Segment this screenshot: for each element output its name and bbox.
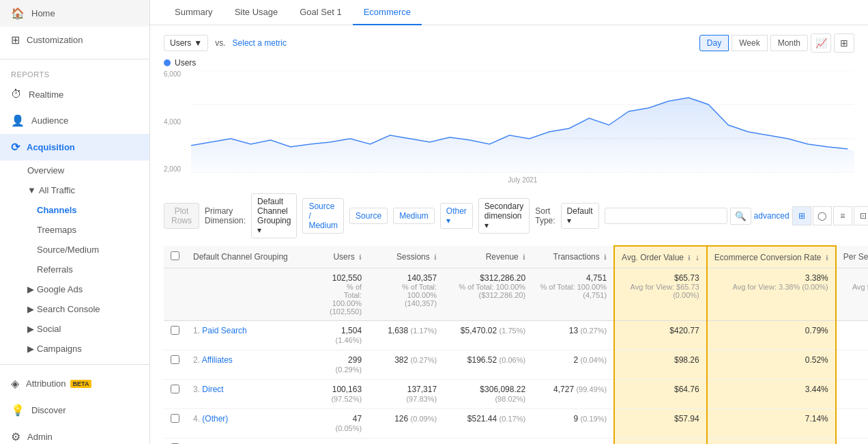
tab-summary[interactable]: Summary xyxy=(164,0,224,25)
google-ads-expand-icon: ▶ xyxy=(27,284,34,294)
view-day-button[interactable]: Day xyxy=(699,35,729,51)
th-channel[interactable]: Default Channel Grouping xyxy=(186,246,323,268)
view-month-button[interactable]: Month xyxy=(770,35,808,51)
sidebar-item-home[interactable]: 🏠 Home xyxy=(0,0,149,27)
source-button[interactable]: Source xyxy=(349,208,388,224)
legend-label: Users xyxy=(175,58,196,68)
row2-channel-link[interactable]: Affiliates xyxy=(202,355,233,365)
select-all-checkbox[interactable] xyxy=(171,251,179,260)
row3-channel-link[interactable]: Direct xyxy=(202,385,223,394)
all-traffic-label: All Traffic xyxy=(39,185,75,195)
search-console-label: Search Console xyxy=(37,304,100,314)
plot-rows-button[interactable]: Plot Rows xyxy=(164,203,199,229)
sidebar-item-source-medium[interactable]: Source/Medium xyxy=(0,240,149,260)
bar-chart-icon[interactable]: ⊞ xyxy=(834,33,854,53)
row2-checkbox[interactable] xyxy=(171,355,179,364)
th-per-session[interactable]: Per Session Value ℹ xyxy=(836,246,868,268)
row3-transactions-pct: (99.49%) xyxy=(576,385,607,393)
table-controls: Plot Rows Primary Dimension: Default Cha… xyxy=(164,193,854,238)
select-metric-link[interactable]: Select a metric xyxy=(233,38,287,48)
tab-site-usage[interactable]: Site Usage xyxy=(224,0,289,25)
tab-goal-set-1[interactable]: Goal Set 1 xyxy=(289,0,352,25)
th-avg-order[interactable]: Avg. Order Value ℹ ↓ xyxy=(614,246,707,268)
row1-checkbox[interactable] xyxy=(171,326,179,335)
totals-revenue-pct: % of Total: 100.00% ($312,286.20) xyxy=(450,283,525,299)
row1-conversion-cell: 0.79% xyxy=(707,321,836,350)
row3-channel-cell: 3. Direct xyxy=(186,380,323,409)
audience-icon: 👤 xyxy=(11,114,25,127)
sidebar-item-discover[interactable]: 💡 Discover xyxy=(0,397,149,424)
table-row: 2. Affiliates 299 (0.29%) 382 (0.27%) $1… xyxy=(164,350,868,380)
row3-checkbox[interactable] xyxy=(171,385,179,393)
source-medium-button[interactable]: Source / Medium xyxy=(302,198,344,234)
th-users[interactable]: Users ℹ xyxy=(323,246,368,268)
sidebar-item-overview[interactable]: Overview xyxy=(0,161,149,180)
totals-sessions-value: 140,357 xyxy=(375,273,437,283)
table-view-pie[interactable]: ◯ xyxy=(813,206,832,225)
view-week-button[interactable]: Week xyxy=(732,35,767,51)
row3-num: 3. xyxy=(193,385,200,394)
sort-type-dropdown[interactable]: Default ▾ xyxy=(561,203,599,229)
sidebar-item-social[interactable]: ▶ Social xyxy=(0,319,149,339)
row3-users-pct: (97.52%) xyxy=(331,395,362,403)
sidebar-item-acquisition[interactable]: ⟳ Acquisition xyxy=(0,134,149,161)
row2-revenue: $196.52 xyxy=(467,355,497,365)
row5-checkbox-cell xyxy=(164,439,186,445)
sidebar-item-campaigns[interactable]: ▶ Campaigns xyxy=(0,339,149,359)
sidebar-item-google-ads[interactable]: ▶ Google Ads xyxy=(0,279,149,299)
sidebar-item-customization[interactable]: ⊞ Customization xyxy=(0,27,149,53)
campaigns-label: Campaigns xyxy=(37,344,82,354)
row4-conversion-cell: 7.14% xyxy=(707,409,836,439)
th-conversion[interactable]: Ecommerce Conversion Rate ℹ xyxy=(707,246,836,268)
tab-ecommerce[interactable]: Ecommerce xyxy=(353,0,422,25)
data-table: Default Channel Grouping Users ℹ Session… xyxy=(164,245,868,444)
attribution-icon: ◈ xyxy=(11,377,19,390)
table-view-grid[interactable]: ⊞ xyxy=(792,206,811,225)
medium-button[interactable]: Medium xyxy=(393,208,435,224)
row1-sessions-pct: (1.17%) xyxy=(411,327,437,335)
search-button[interactable]: 🔍 xyxy=(730,208,751,225)
table-view-pivot[interactable]: ⊡ xyxy=(854,206,868,225)
row5-channel-cell: 5. Display xyxy=(186,439,323,445)
line-chart-icon[interactable]: 📈 xyxy=(811,33,831,53)
th-transactions[interactable]: Transactions ℹ xyxy=(532,246,614,268)
row4-checkbox-cell xyxy=(164,409,186,439)
chart-svg: July 2021 xyxy=(191,70,854,186)
sidebar-divider-1 xyxy=(0,59,149,59)
row5-conversion-cell: 0.00% xyxy=(707,439,836,445)
th-revenue[interactable]: Revenue ℹ xyxy=(444,246,532,268)
sidebar-item-audience[interactable]: 👤 Audience xyxy=(0,107,149,134)
sidebar-item-referrals[interactable]: Referrals xyxy=(0,260,149,279)
y-label-6000: 6,000 xyxy=(164,70,188,78)
row4-revenue-cell: $521.44 (0.17%) xyxy=(444,409,532,439)
row4-channel-link[interactable]: (Other) xyxy=(202,414,228,424)
metric-dropdown[interactable]: Users ▼ xyxy=(164,35,208,51)
sidebar-item-channels[interactable]: Channels xyxy=(0,200,149,220)
row2-conversion-cell: 0.52% xyxy=(707,350,836,380)
sidebar-item-realtime[interactable]: ⏱ Realtime xyxy=(0,81,149,107)
row3-revenue: $306,098.22 xyxy=(480,385,525,394)
row2-transactions-cell: 2 (0.04%) xyxy=(532,350,614,380)
other-button[interactable]: Other ▾ xyxy=(440,203,473,229)
primary-dim-dropdown[interactable]: Default Channel Grouping ▾ xyxy=(251,193,297,238)
th-sessions[interactable]: Sessions ℹ xyxy=(368,246,444,268)
sidebar-item-all-traffic[interactable]: ▼ All Traffic xyxy=(0,180,149,200)
sidebar-item-attribution[interactable]: ◈ Attribution BETA xyxy=(0,370,149,397)
advanced-link[interactable]: advanced xyxy=(754,211,790,221)
search-input[interactable] xyxy=(605,208,727,224)
secondary-dim-dropdown[interactable]: Secondary dimension ▾ xyxy=(478,198,530,234)
row2-users-cell: 299 (0.29%) xyxy=(323,350,368,380)
table-view-bar[interactable]: ≡ xyxy=(833,206,852,225)
totals-conversion-value: 3.38% xyxy=(714,273,828,283)
row4-checkbox[interactable] xyxy=(171,414,179,423)
row3-users-cell: 100,163 (97.52%) xyxy=(323,380,368,409)
sidebar-item-search-console[interactable]: ▶ Search Console xyxy=(0,299,149,319)
row4-transactions-pct: (0.19%) xyxy=(581,415,607,423)
row1-transactions-cell: 13 (0.27%) xyxy=(532,321,614,350)
sidebar-item-admin[interactable]: ⚙ Admin xyxy=(0,424,149,444)
sidebar-item-treemaps[interactable]: Treemaps xyxy=(0,220,149,240)
row1-conversion: 0.79% xyxy=(805,326,828,335)
realtime-icon: ⏱ xyxy=(11,88,22,100)
row2-sessions: 382 xyxy=(394,355,408,365)
row1-channel-link[interactable]: Paid Search xyxy=(202,326,246,335)
